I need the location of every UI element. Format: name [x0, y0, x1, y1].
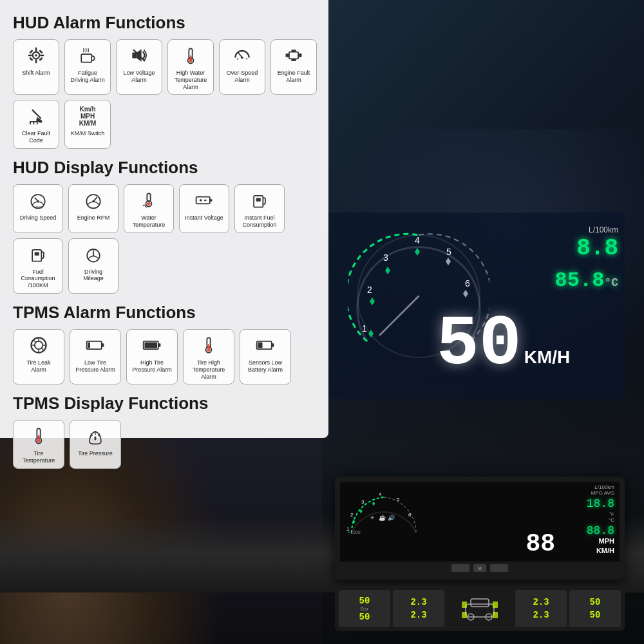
feature-tire-high-temp: Tire High Temperature Alarm — [183, 329, 234, 384]
clear-fault-label: Clear Fault Code — [19, 130, 53, 144]
feature-instant-voltage: Instant Voltage — [179, 184, 229, 233]
svg-point-59 — [35, 341, 43, 349]
svg-point-1 — [35, 54, 37, 57]
device-val1: 18.8 — [587, 497, 614, 510]
device-readings: L/100kmMPG AVG 18.8 °F°C 88.8 — [587, 484, 614, 537]
high-water-temp-label: High Water Temperature Alarm — [173, 70, 208, 90]
device-btn-m[interactable]: M — [473, 564, 486, 572]
driving-mileage-label: Driving Mileage — [74, 269, 113, 283]
tpms-cell-rr: 50 50 — [569, 590, 621, 627]
fuel-label: L/100km — [589, 225, 618, 234]
tpms-display-title: TPMS Display Functions — [13, 393, 328, 413]
fuel-value: 8.8 — [576, 237, 618, 260]
instant-fuel-label: Instant Fuel Consumption — [240, 214, 279, 229]
device-bottom: 88 MPHKM/H — [340, 540, 620, 562]
svg-marker-97 — [415, 248, 420, 256]
pressure-icon — [84, 424, 107, 448]
feature-high-tire-pressure: High Tire Pressure Alarm — [126, 329, 178, 384]
svg-text:☕: ☕ — [379, 514, 386, 522]
thermometer2-icon — [197, 334, 220, 357]
svg-point-36 — [37, 200, 39, 203]
feature-tire-pressure: Tire Pressure — [70, 420, 121, 469]
svg-line-20 — [237, 58, 238, 59]
tire-icon — [27, 334, 50, 357]
over-speed-label: Over-Speed Alarm — [225, 70, 260, 84]
tpms-cell-fl: 50 Bar 50 — [339, 590, 390, 627]
speedometer2-icon: KM/H — [26, 189, 50, 212]
svg-line-21 — [246, 58, 247, 59]
high-tire-pressure-label: High Tire Pressure Alarm — [132, 359, 172, 374]
feature-tire-temperature: Tire Temperature — [13, 420, 64, 469]
svg-text:🔊: 🔊 — [388, 514, 395, 522]
device-val2: 88.8 — [587, 524, 614, 537]
speed-display: 50 KM/H — [437, 309, 571, 380]
svg-rect-71 — [144, 343, 157, 348]
battery-high-icon — [140, 334, 164, 357]
shift-alarm-label: Shift Alarm — [22, 70, 50, 77]
svg-text:3: 3 — [383, 252, 388, 263]
svg-rect-27 — [298, 53, 301, 57]
feature-fatigue: Fatigue Driving Alarm — [64, 39, 111, 95]
svg-text:☀: ☀ — [370, 515, 375, 521]
tpms-alarm-title: TPMS Alarm Functions — [13, 303, 328, 323]
rpm-icon — [82, 189, 105, 212]
tire-pressure-label: Tire Pressure — [78, 450, 113, 457]
svg-rect-50 — [256, 198, 261, 201]
svg-text:6: 6 — [408, 512, 412, 518]
engine-fault-label: Engine Fault Alarm — [276, 70, 311, 84]
svg-rect-68 — [88, 343, 90, 348]
speed-unit: KM/H — [524, 347, 571, 368]
tpms-fl-label: Bar — [361, 606, 368, 612]
svg-rect-77 — [272, 343, 274, 346]
top-readings: L/100km 8.8 85.8°C — [555, 225, 618, 291]
svg-rect-4 — [28, 55, 32, 57]
feature-water-temp: Water Temperature — [124, 184, 174, 233]
hud-projection-area: 1 2 3 4 5 6 50 KM/H L/ — [328, 213, 625, 399]
hud-alarm-title: HUD Alarm Functions — [13, 13, 328, 33]
feature-over-speed: Over-Speed Alarm — [219, 39, 265, 95]
svg-rect-23 — [289, 52, 298, 59]
feature-sensors-low-battery: Sensors Low Battery Alarm — [240, 329, 291, 384]
feature-list-panel: HUD Alarm Functions Shift Alarm Fatigue … — [13, 13, 328, 471]
svg-rect-28 — [291, 59, 296, 61]
device-btn-3[interactable] — [490, 564, 508, 572]
feature-shift-alarm: Shift Alarm — [13, 39, 59, 95]
device-speed: 88 — [526, 530, 555, 558]
fuel2-icon — [26, 243, 50, 266]
hud-display-screen: 1 2 3 4 5 6 50 KM/H L/ — [328, 213, 625, 399]
temp-reading: 85.8 — [555, 269, 605, 292]
tpms-rl-bot: 2.3 — [533, 610, 549, 620]
driving-speed-label: Driving Speed — [20, 214, 57, 222]
tpms-cell-rl: 2.3 2.3 — [515, 590, 567, 627]
feature-driving-speed: KM/H Driving Speed — [13, 184, 63, 233]
svg-text:6: 6 — [465, 278, 470, 289]
x1000-label: ×1000 — [348, 530, 361, 535]
svg-point-19 — [241, 57, 243, 59]
low-tire-pressure-label: Low Tire Pressure Alarm — [75, 359, 115, 374]
coffee-icon — [76, 44, 99, 67]
feature-engine-rpm: Engine RPM — [68, 184, 118, 233]
svg-text:5: 5 — [446, 247, 451, 257]
low-voltage-label: Low Voltage Alarm — [122, 70, 156, 84]
svg-rect-115 — [471, 599, 489, 607]
svg-text:2: 2 — [367, 285, 372, 295]
engine-rpm-label: Engine RPM — [77, 214, 110, 222]
feature-clear-fault: Clear Fault Code — [13, 100, 59, 149]
device-top-label2: °F°C — [609, 511, 614, 523]
svg-rect-75 — [208, 344, 210, 350]
fuel-icon — [248, 189, 271, 212]
svg-rect-114 — [466, 604, 494, 617]
svg-line-64 — [33, 340, 36, 343]
battery-plus-icon — [193, 189, 216, 212]
tpms-alarm-grid: Tire Leak Alarm Low Tire Pressure Alarm … — [13, 329, 328, 384]
svg-rect-24 — [291, 50, 294, 52]
water-temp-label: Water Temperature — [129, 214, 168, 229]
gear-icon — [24, 44, 48, 67]
tpms-cell-fr: 2.3 2.3 — [393, 590, 444, 627]
svg-text:4: 4 — [379, 491, 382, 497]
tire-temperature-label: Tire Temperature — [19, 450, 59, 464]
sensors-low-battery-label: Sensors Low Battery Alarm — [245, 359, 285, 374]
device-btn-1[interactable] — [451, 564, 469, 572]
battery-low-icon — [84, 334, 107, 357]
feature-low-voltage: Low Voltage Alarm — [116, 39, 162, 95]
